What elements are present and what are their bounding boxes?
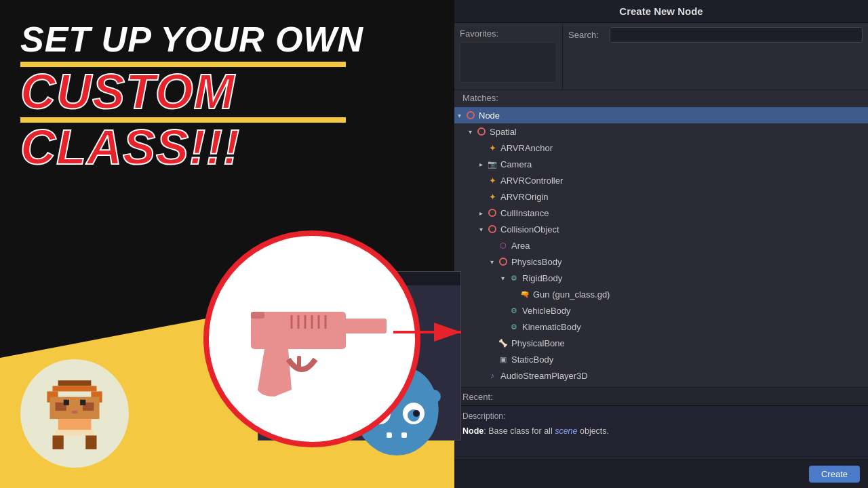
tree-item[interactable]: ▾Node — [454, 107, 868, 123]
tree-node-label: PhysicsBody — [511, 257, 868, 267]
tree-node-icon — [465, 110, 476, 121]
svg-rect-1 — [53, 386, 97, 391]
svg-point-35 — [427, 390, 441, 403]
node-star-icon: ✦ — [489, 192, 496, 202]
search-input[interactable] — [610, 27, 863, 43]
tree-item[interactable]: ▾Spatial — [454, 123, 868, 140]
node-audio-icon: ♪ — [490, 371, 494, 380]
tree-item[interactable]: 🔫Gun (gun_class.gd) — [454, 286, 868, 302]
node-area-icon: ⬡ — [500, 241, 507, 250]
favorites-section: Favorites: — [454, 23, 563, 89]
tree-arrow-icon — [509, 289, 518, 299]
tree-arrow-icon: ▸ — [476, 159, 486, 169]
tree-node-label: ARVRController — [500, 176, 868, 186]
matches-label: Matches: — [454, 90, 868, 104]
tree-arrow-icon — [487, 338, 496, 348]
tree-item[interactable]: ▸CullInstance — [454, 205, 868, 221]
node-circle-icon — [499, 258, 507, 266]
fox-avatar — [20, 359, 129, 468]
search-section: Search: — [563, 23, 868, 89]
tree-node-label: VehicleBody — [522, 306, 868, 316]
tree-node-icon — [487, 224, 498, 235]
tree-node-label: ARVRAnchor — [500, 143, 868, 153]
arrow-icon — [393, 312, 475, 352]
tree-item[interactable]: 🦴PhysicalBone — [454, 335, 868, 351]
create-button[interactable]: Create — [809, 466, 860, 483]
tree-node-label: CullInstance — [500, 208, 868, 218]
node-bone-icon: 🦴 — [498, 339, 508, 348]
svg-rect-15 — [339, 319, 387, 333]
tree-item[interactable]: ⚙KinematicBody — [454, 319, 868, 335]
tree-item[interactable]: ▾⚙RigidBody — [454, 270, 868, 286]
tree-arrow-icon — [487, 241, 496, 250]
tree-node-icon: ✦ — [487, 175, 498, 186]
tree-arrow-icon: ▾ — [476, 224, 486, 234]
tree-node-label: Area — [511, 241, 868, 251]
tree-node-icon: 📷 — [487, 159, 498, 169]
tree-arrow-icon: ▾ — [454, 110, 464, 120]
node-star-icon: ✦ — [489, 176, 496, 186]
tree-arrow-icon: ▾ — [465, 127, 475, 136]
tree-node-icon: 🔫 — [519, 289, 530, 300]
node-static-icon: ▣ — [500, 355, 507, 364]
tree-item[interactable]: ✦ARVRAnchor — [454, 140, 868, 156]
tree-item[interactable]: ⚙VehicleBody — [454, 302, 868, 319]
node-body-icon: ⚙ — [511, 323, 517, 331]
fox-icon — [31, 369, 119, 458]
tree-arrow-icon: ▾ — [498, 273, 507, 283]
gun-circle — [203, 230, 420, 447]
tree-arrow-icon — [498, 322, 507, 331]
svg-rect-13 — [85, 436, 96, 449]
tree-item[interactable]: ▾CollisionObject — [454, 221, 868, 237]
tree-node-icon: ⬡ — [498, 240, 509, 251]
svg-rect-23 — [251, 312, 264, 319]
node-circle-icon — [467, 111, 475, 119]
gun-icon — [224, 271, 400, 407]
svg-point-31 — [413, 410, 420, 417]
panel-footer: Create — [454, 460, 868, 488]
tree-area[interactable]: ▾Node▾Spatial✦ARVRAnchor▸📷Camera✦ARVRCon… — [454, 104, 868, 387]
tree-item[interactable]: ▣StaticBody — [454, 351, 868, 367]
node-circle-icon — [488, 209, 496, 217]
title-line2: CUSTOM — [20, 67, 363, 116]
svg-rect-12 — [53, 436, 64, 449]
tree-node-icon: 🦴 — [498, 338, 509, 348]
tree-node-label: AudioStreamPlayer3D — [500, 371, 868, 381]
tree-node-icon: ⚙ — [509, 321, 519, 332]
panel-body: Favorites: Search: Matches: ▾Node▾Spatia… — [454, 23, 868, 488]
tree-node-label: PhysicalBone — [511, 338, 868, 348]
tree-node-icon: ♪ — [487, 370, 498, 381]
tree-arrow-icon: ▾ — [487, 257, 496, 266]
node-circle-icon — [477, 127, 486, 136]
tree-item[interactable]: ⬡Area — [454, 237, 868, 253]
svg-rect-11 — [72, 411, 77, 413]
tree-item[interactable]: ✦ARVRController — [454, 172, 868, 188]
tree-node-label: Gun (gun_class.gd) — [533, 289, 868, 300]
svg-rect-9 — [64, 400, 69, 405]
tree-node-label: RigidBody — [522, 273, 868, 283]
title-line1: SET UP YOUR OWN — [20, 20, 363, 59]
right-panel: Create New Node Favorites: Search: Match… — [454, 0, 868, 488]
tree-arrow-icon — [476, 176, 486, 185]
tree-node-icon — [476, 126, 487, 137]
favorites-label: Favorites: — [460, 28, 504, 39]
node-camera-icon: 📷 — [488, 160, 497, 169]
tree-arrow-icon — [476, 143, 486, 152]
tree-item[interactable]: ♪AudioStreamPlayer3D — [454, 367, 868, 384]
panel-title: Create New Node — [619, 5, 703, 17]
panel-titlebar: Create New Node — [454, 0, 868, 23]
tree-node-label: Node — [479, 110, 868, 121]
tree-node-label: StaticBody — [511, 354, 868, 365]
tree-item[interactable]: ▸📷Camera — [454, 156, 868, 172]
svg-rect-0 — [58, 380, 92, 386]
svg-rect-8 — [56, 430, 94, 435]
tree-node-icon — [487, 207, 498, 218]
tree-item[interactable]: ▾PhysicsBody — [454, 253, 868, 270]
tree-node-label: ARVROrigin — [500, 192, 868, 202]
title-block: SET UP YOUR OWN CUSTOM CLASS!!! — [20, 20, 363, 171]
tree-arrow-icon — [476, 192, 486, 201]
tree-arrow-icon — [487, 354, 496, 364]
tree-item[interactable]: ✦ARVROrigin — [454, 188, 868, 205]
tree-node-label: Spatial — [490, 127, 868, 137]
tree-node-label: CollisionObject — [500, 224, 868, 235]
